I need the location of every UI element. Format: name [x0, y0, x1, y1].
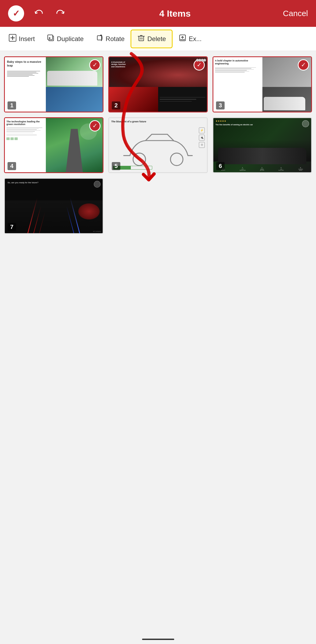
slide6-title: The five benefits of owning an electric … — [215, 123, 253, 126]
rotate-button[interactable]: Rotate — [90, 30, 131, 48]
rotate-icon — [95, 34, 103, 44]
slide6-stars: ★★★★★ — [215, 120, 226, 122]
slide-item-4[interactable]: The technologies leading the green revol… — [4, 117, 103, 173]
slide7-number: 7 — [8, 223, 16, 231]
slide-item-5[interactable]: The blueprint of a green future ⚡ 🔌 ⚙ — [108, 117, 208, 173]
slide6-number: 6 — [216, 162, 225, 170]
duplicate-button[interactable]: Duplicate — [41, 30, 90, 48]
slide1-number: 1 — [8, 101, 16, 109]
slide-item-6[interactable]: ★★★★★ The five benefits of owning an ele… — [213, 117, 312, 173]
insert-icon — [9, 34, 17, 44]
rotate-label: Rotate — [106, 35, 125, 43]
slide2-number: 2 — [112, 101, 120, 109]
export-button[interactable]: Ex... — [173, 30, 207, 48]
redo-button[interactable] — [54, 7, 67, 20]
slide2-title: A triumvirate ofdesign, functionand clea… — [111, 61, 126, 68]
slide-item-1[interactable]: Baby steps to a massive leap — [4, 56, 103, 112]
duplicate-icon — [47, 34, 55, 44]
slide5-title: The blueprint of a green future — [111, 120, 146, 123]
home-indicator — [142, 639, 174, 640]
header: ✓ 4 Items Cancel — [0, 0, 316, 27]
delete-icon — [137, 34, 145, 44]
duplicate-label: Duplicate — [57, 35, 84, 43]
slide3-check: ✓ — [298, 59, 309, 71]
slide3-number: 3 — [216, 101, 225, 109]
check-all-button[interactable]: ✓ — [8, 5, 24, 21]
insert-button[interactable]: Insert — [3, 30, 41, 48]
cancel-button[interactable]: Cancel — [283, 9, 308, 18]
svg-point-7 — [170, 153, 183, 166]
slide1-title: Baby steps to a massive leap — [7, 60, 44, 68]
slide4-check: ✓ — [89, 120, 101, 131]
slide-item-7[interactable]: So, are you ready for the future? ad | c… — [4, 178, 103, 234]
slides-grid: Baby steps to a massive leap — [0, 51, 316, 239]
slide-item-3[interactable]: A bold chapter in automotive engineering — [213, 56, 312, 112]
slide5-number: 5 — [112, 162, 120, 170]
slide7-title: So, are you ready for the future? — [8, 181, 38, 184]
insert-label: Insert — [19, 35, 35, 43]
header-left: ✓ — [8, 5, 67, 21]
delete-label: Delete — [147, 35, 166, 43]
svg-rect-3 — [97, 36, 102, 40]
undo-button[interactable] — [32, 7, 46, 20]
export-icon — [179, 34, 187, 44]
slide4-number: 4 — [8, 162, 16, 170]
export-label: Ex... — [189, 35, 202, 43]
slide4-title: The technologies leading the green revol… — [6, 120, 44, 126]
slide3-title: A bold chapter in automotive engineering — [215, 59, 261, 65]
items-count-title: 4 Items — [67, 8, 283, 19]
svg-rect-2 — [48, 35, 53, 40]
slide-item-2[interactable]: A triumvirate ofdesign, functionand clea… — [108, 56, 208, 112]
slide1-check: ✓ — [89, 59, 101, 71]
delete-button[interactable]: Delete — [131, 30, 173, 48]
svg-point-6 — [133, 153, 146, 166]
toolbar: Insert Duplicate Rotate — [0, 27, 316, 51]
